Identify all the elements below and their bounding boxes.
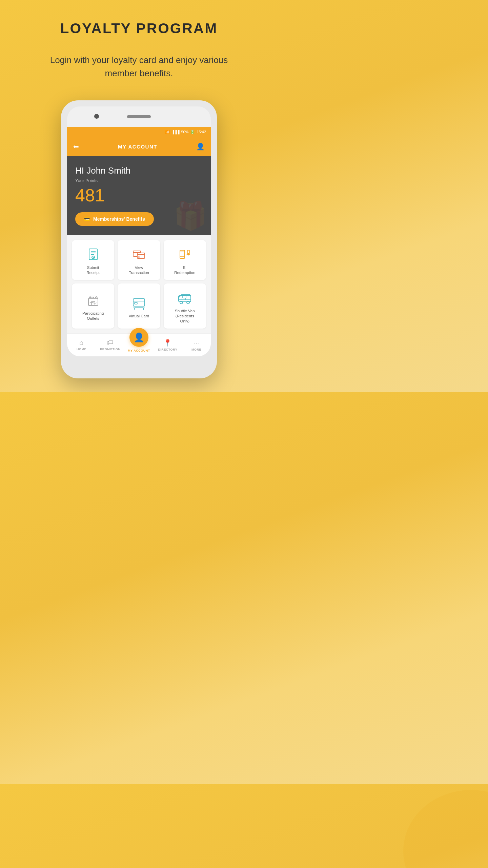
- virtual-card-button[interactable]: Virtual Card: [118, 283, 160, 329]
- shuttle-van-button[interactable]: Shuttle Van(ResidentsOnly): [164, 283, 206, 329]
- svg-marker-17: [188, 253, 190, 256]
- battery-percent: 50%: [181, 130, 188, 134]
- app-header: ⬅ MY ACCOUNT 👤: [67, 137, 211, 156]
- profile-icon[interactable]: 👤: [196, 142, 205, 151]
- svg-rect-19: [88, 299, 98, 305]
- page-title: LOYALTY PROGRAM: [60, 20, 218, 37]
- svg-point-12: [138, 256, 140, 258]
- time-display: 15:42: [197, 130, 206, 134]
- promotion-nav-icon: 🏷: [107, 339, 114, 347]
- battery-icon: 🔋: [190, 130, 195, 134]
- wifi-icon: 📶: [165, 130, 170, 134]
- more-nav-label: MORE: [191, 348, 201, 351]
- my-account-nav-icon: 👤: [134, 332, 144, 343]
- bottom-nav: ⌂ HOME 🏷 PROMOTION 👤 MY ACCOUNT 📍 DIRECT…: [67, 333, 211, 356]
- directory-nav-icon: 📍: [163, 339, 172, 347]
- nav-directory[interactable]: 📍 DIRECTORY: [153, 339, 182, 351]
- nav-my-account[interactable]: 👤 MY ACCOUNT: [125, 337, 154, 352]
- phone-frame: 📶 ▐▐▐ 50% 🔋 15:42 ⬅ MY ACCOUNT 👤 HI John…: [61, 100, 217, 378]
- status-icons: 📶 ▐▐▐ 50% 🔋 15:42: [165, 130, 206, 134]
- home-nav-icon: ⌂: [79, 339, 83, 347]
- virtual-card-label: Virtual Card: [129, 314, 149, 319]
- features-grid: SubmitReceipt ViewTransaction: [67, 235, 211, 333]
- nav-more[interactable]: ⋯ MORE: [182, 339, 211, 351]
- more-nav-icon: ⋯: [193, 339, 200, 347]
- promotion-nav-label: PROMOTION: [100, 348, 120, 351]
- svg-point-5: [92, 256, 95, 259]
- submit-receipt-button[interactable]: SubmitReceipt: [72, 240, 114, 280]
- membership-btn-label: Memberships' Benefits: [93, 216, 145, 222]
- svg-rect-18: [187, 250, 189, 254]
- e-redemption-icon: [177, 247, 192, 262]
- participating-outlets-button[interactable]: ParticipatingOutlets: [72, 283, 114, 329]
- svg-rect-10: [137, 253, 145, 258]
- points-label: Your Points: [75, 178, 203, 183]
- view-transaction-button[interactable]: ViewTransaction: [118, 240, 160, 280]
- nav-home[interactable]: ⌂ HOME: [67, 339, 96, 351]
- membership-benefits-button[interactable]: 💳 Memberships' Benefits: [75, 212, 154, 226]
- status-bar: 📶 ▐▐▐ 50% 🔋 15:42: [67, 127, 211, 137]
- nav-promotion[interactable]: 🏷 PROMOTION: [96, 339, 125, 351]
- svg-line-7: [93, 257, 94, 258]
- phone-camera: [94, 114, 99, 119]
- virtual-card-icon: [131, 295, 146, 310]
- svg-rect-31: [179, 296, 191, 302]
- back-button[interactable]: ⬅: [73, 142, 79, 151]
- shuttle-van-icon: [177, 290, 192, 305]
- svg-rect-29: [134, 308, 144, 310]
- view-transaction-label: ViewTransaction: [129, 265, 149, 275]
- shuttle-van-label: Shuttle Van(ResidentsOnly): [175, 309, 195, 324]
- participating-outlets-icon: [86, 293, 101, 308]
- my-account-nav-label: MY ACCOUNT: [128, 349, 150, 352]
- user-section: HI John Smith Your Points 481 🎁 💳 Member…: [67, 156, 211, 235]
- svg-point-22: [90, 297, 92, 298]
- directory-nav-label: DIRECTORY: [158, 348, 177, 351]
- signal-icon: ▐▐▐: [171, 130, 179, 134]
- user-greeting: HI John Smith: [75, 165, 203, 176]
- membership-icon: 💳: [84, 216, 90, 222]
- svg-rect-27: [135, 302, 137, 304]
- phone-screen: 📶 ▐▐▐ 50% 🔋 15:42 ⬅ MY ACCOUNT 👤 HI John…: [67, 106, 211, 356]
- participating-outlets-label: ParticipatingOutlets: [82, 311, 104, 321]
- phone-speaker: [127, 115, 151, 118]
- app-header-title: MY ACCOUNT: [118, 144, 157, 150]
- home-nav-label: HOME: [77, 348, 86, 351]
- gift-icon-decoration: 🎁: [174, 200, 207, 232]
- svg-rect-13: [180, 250, 185, 258]
- page-subtitle: Login with your loyalty card and enjoy v…: [37, 54, 241, 80]
- submit-receipt-label: SubmitReceipt: [86, 265, 100, 275]
- e-redemption-label: E-Redemption: [174, 265, 195, 275]
- svg-point-23: [93, 297, 94, 298]
- submit-receipt-icon: [86, 247, 101, 262]
- phone-bezel: [67, 106, 211, 127]
- view-transaction-icon: [131, 247, 146, 262]
- svg-point-24: [95, 297, 96, 298]
- my-account-center-btn[interactable]: 👤: [129, 328, 148, 347]
- e-redemption-button[interactable]: E-Redemption: [164, 240, 206, 280]
